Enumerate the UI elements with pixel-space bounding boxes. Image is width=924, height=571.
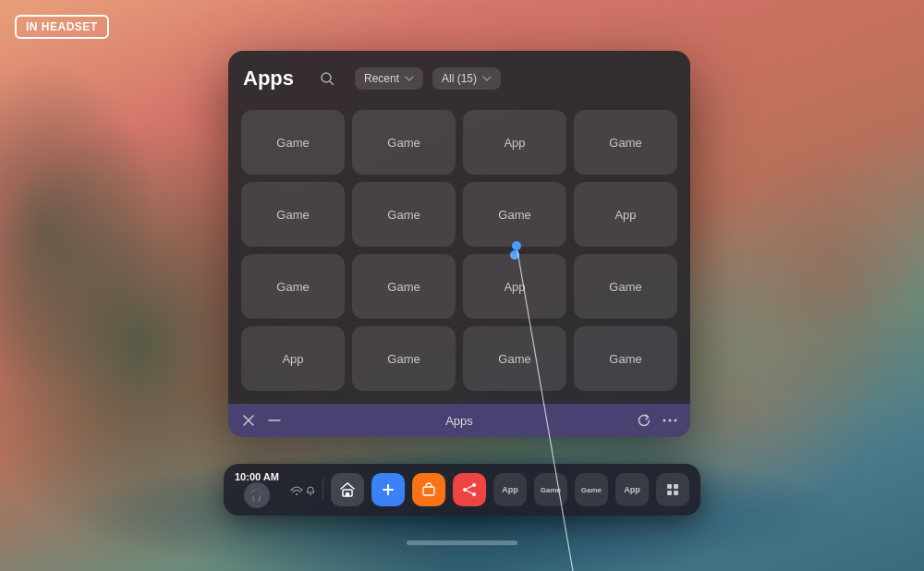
app-tile-5[interactable]: Game: [352, 182, 456, 247]
app-tile-12[interactable]: App: [241, 326, 345, 391]
close-icon: [242, 414, 255, 427]
taskbar-app2-button[interactable]: App: [615, 473, 649, 506]
app-tile-9[interactable]: Game: [352, 254, 456, 319]
headset-icon: 🎧: [244, 482, 270, 508]
chevron-down-icon-2: [482, 76, 492, 81]
taskbar-game2-button[interactable]: Game: [575, 473, 608, 506]
close-button[interactable]: [239, 411, 258, 430]
app-tile-2[interactable]: App: [463, 110, 566, 175]
store-icon: [421, 482, 436, 497]
badge-label: IN HEADSET: [26, 20, 98, 33]
app-tile-6[interactable]: Game: [463, 182, 566, 247]
all-label: All (15): [442, 72, 477, 85]
app-tile-1[interactable]: Game: [352, 110, 456, 175]
app-tile-15[interactable]: Game: [574, 326, 677, 391]
refresh-icon: [637, 413, 651, 428]
search-icon: [320, 71, 334, 86]
app-tile-0[interactable]: Game: [241, 110, 345, 175]
minimize-button[interactable]: [265, 411, 284, 430]
taskbar-home-button[interactable]: [331, 473, 364, 506]
app-tile-14[interactable]: Game: [463, 326, 566, 391]
taskbar-share-button[interactable]: [453, 473, 486, 506]
recent-label: Recent: [364, 72, 399, 85]
more-icon: [663, 419, 677, 422]
apps-grid: GameGameAppGameGameGameGameAppGameGameAp…: [228, 103, 690, 404]
minimize-icon: [268, 419, 281, 421]
refresh-button[interactable]: [635, 411, 653, 430]
svg-rect-21: [667, 491, 672, 495]
svg-point-5: [663, 419, 666, 422]
app-tile-13[interactable]: Game: [352, 326, 456, 391]
recent-dropdown[interactable]: Recent: [355, 67, 423, 90]
app-tile-11[interactable]: Game: [574, 254, 677, 319]
taskbar-game1-button[interactable]: Game: [534, 473, 567, 506]
svg-rect-20: [674, 484, 678, 489]
search-button[interactable]: [312, 64, 342, 93]
app-tile-8[interactable]: Game: [241, 254, 345, 319]
chevron-down-icon: [405, 76, 414, 81]
apps-header: Apps Recent All (15): [228, 51, 690, 103]
svg-point-7: [675, 419, 677, 422]
apps-window: Apps Recent All (15) GameGameAppGameGame…: [228, 51, 690, 437]
plus-icon: [381, 482, 395, 497]
svg-rect-13: [423, 487, 434, 495]
taskbar-plus-button[interactable]: [371, 473, 405, 506]
taskbar-grid-button[interactable]: [656, 473, 689, 506]
svg-line-17: [467, 486, 472, 489]
app-tile-4[interactable]: Game: [241, 182, 345, 247]
svg-point-6: [669, 419, 672, 422]
in-headset-badge: IN HEADSET: [15, 15, 109, 39]
svg-rect-19: [667, 484, 672, 489]
more-button[interactable]: [661, 411, 679, 430]
taskbar: 10:00 AM 🎧: [224, 464, 700, 516]
svg-rect-10: [346, 492, 349, 496]
taskbar-time-section: 10:00 AM 🎧: [235, 471, 279, 508]
apps-title: Apps: [243, 67, 294, 91]
taskbar-app1-button[interactable]: App: [493, 473, 527, 506]
svg-rect-22: [674, 491, 678, 495]
app-tile-3[interactable]: Game: [574, 110, 677, 175]
app-tile-10[interactable]: App: [463, 254, 566, 319]
app-tile-7[interactable]: App: [574, 182, 677, 247]
all-dropdown[interactable]: All (15): [432, 67, 501, 90]
svg-line-1: [330, 81, 334, 85]
apps-titlebar: Apps: [228, 404, 690, 437]
svg-point-15: [463, 488, 467, 492]
svg-point-16: [472, 492, 476, 496]
home-icon: [339, 482, 356, 497]
svg-point-14: [472, 483, 476, 487]
bell-icon: [306, 486, 315, 495]
svg-line-18: [467, 491, 472, 493]
grid-icon: [665, 482, 680, 497]
taskbar-status-row: [290, 486, 315, 495]
svg-point-8: [296, 493, 298, 495]
wifi-icon: [290, 486, 303, 495]
taskbar-time: 10:00 AM: [235, 471, 279, 482]
taskbar-divider-1: [322, 479, 323, 501]
share-icon: [462, 482, 477, 497]
bottom-handle: [407, 541, 517, 545]
taskbar-store-button[interactable]: [412, 473, 445, 506]
titlebar-label: Apps: [291, 414, 627, 428]
